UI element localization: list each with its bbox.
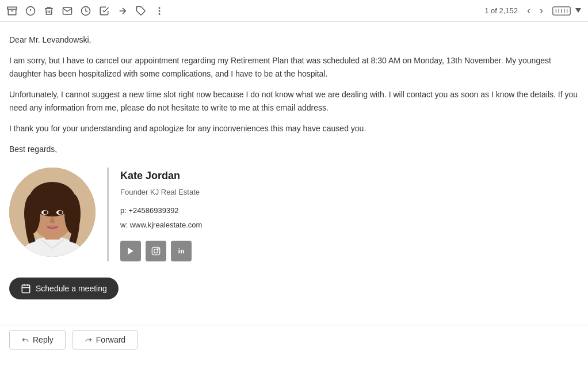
snooze-icon[interactable] [81, 6, 91, 16]
move-icon[interactable] [117, 6, 128, 16]
schedule-meeting-label: Schedule a meeting [36, 284, 107, 293]
sig-divider [107, 168, 109, 261]
calendar-icon [21, 283, 31, 294]
reply-button[interactable]: Reply [9, 330, 66, 350]
email-body: Dear Mr. Levandowski, I am sorry, but I … [0, 22, 588, 322]
svg-rect-0 [7, 7, 17, 9]
next-button[interactable]: › [537, 3, 545, 18]
toolbar: 1 of 2,152 ‹ › [0, 0, 588, 22]
forward-button[interactable]: Forward [72, 330, 138, 350]
toolbar-left [7, 6, 475, 16]
task-icon[interactable] [99, 6, 109, 16]
archive-icon[interactable] [7, 6, 17, 16]
sig-phone: p: +24586939392 [120, 205, 202, 217]
svg-rect-32 [22, 285, 30, 293]
svg-point-8 [159, 10, 160, 12]
svg-point-31 [158, 249, 158, 249]
forward-icon [85, 336, 93, 344]
delete-icon[interactable] [44, 6, 54, 16]
email-paragraph-2: Unfortunately, I cannot suggest a new ti… [9, 88, 579, 114]
svg-marker-28 [128, 248, 133, 255]
settings-dropdown-icon[interactable] [575, 8, 581, 14]
svg-point-26 [44, 210, 48, 214]
prev-button[interactable]: ‹ [525, 3, 533, 18]
svg-point-30 [154, 249, 158, 253]
youtube-button[interactable] [120, 241, 141, 261]
pagination-text: 1 of 2,152 [484, 6, 518, 15]
label-icon[interactable] [136, 6, 146, 16]
more-icon[interactable] [154, 6, 165, 16]
schedule-meeting-button[interactable]: Schedule a meeting [9, 278, 119, 299]
svg-rect-29 [152, 247, 159, 255]
avatar [9, 168, 96, 257]
email-signature: Kate Jordan Founder KJ Real Estate p: +2… [9, 168, 579, 261]
sig-social: in [120, 241, 202, 261]
sig-website: w: www.kjrealestate.com [120, 219, 202, 231]
report-icon[interactable] [25, 6, 36, 16]
svg-point-27 [59, 210, 63, 214]
svg-point-7 [159, 7, 160, 9]
email-paragraph-3: I thank you for your understanding and a… [9, 122, 579, 135]
toolbar-right: 1 of 2,152 ‹ › [484, 3, 581, 18]
email-greeting: Dear Mr. Levandowski, [9, 33, 579, 46]
svg-point-9 [159, 13, 160, 14]
linkedin-button[interactable]: in [171, 241, 192, 261]
email-closing: Best regards, [9, 143, 579, 155]
linkedin-icon: in [178, 245, 185, 257]
svg-marker-16 [575, 8, 581, 13]
reply-label: Reply [33, 335, 54, 344]
reply-icon [21, 336, 29, 344]
forward-label: Forward [96, 335, 125, 344]
sig-info: Kate Jordan Founder KJ Real Estate p: +2… [120, 168, 202, 261]
action-bar: Reply Forward [0, 325, 588, 354]
sig-title: Founder KJ Real Estate [120, 187, 202, 199]
mail-icon[interactable] [62, 6, 72, 16]
keyboard-icon[interactable] [550, 6, 571, 16]
sig-name: Kate Jordan [120, 168, 202, 184]
instagram-button[interactable] [146, 241, 166, 261]
email-paragraph-1: I am sorry, but I have to cancel our app… [9, 54, 579, 80]
